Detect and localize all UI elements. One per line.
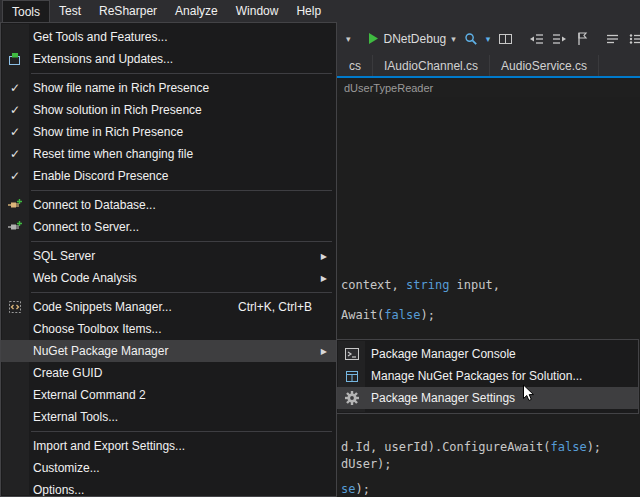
submenu-arrow-icon: ▶ [321, 274, 327, 283]
menu-item-show-solution[interactable]: ✓Show solution in Rich Presence [1, 99, 336, 121]
menu-item-customize[interactable]: Customize... [1, 457, 336, 479]
menu-separator [31, 431, 332, 432]
menubar-item-tools-label: Tools [12, 5, 40, 19]
checkmark-icon: ✓ [10, 147, 20, 161]
tab-label: cs [349, 59, 361, 73]
menu-item-external-command-2[interactable]: External Command 2 [1, 384, 336, 406]
numbered-list-icon[interactable] [628, 32, 640, 46]
extensions-icon [7, 51, 23, 67]
menu-item-connect-to-server[interactable]: Connect to Server... [1, 216, 336, 238]
menubar-item-window-label: Window [236, 4, 279, 18]
menu-item-extensions-and-updates[interactable]: Extensions and Updates... [1, 48, 336, 70]
menu-item-choose-toolbox-items[interactable]: Choose Toolbox Items... [1, 318, 336, 340]
menubar-item-test[interactable]: Test [50, 0, 90, 22]
menu-item-nuget-package-manager[interactable]: NuGet Package Manager▶ [1, 340, 336, 362]
checkmark-icon: ✓ [10, 103, 20, 117]
menu-item-show-time[interactable]: ✓Show time in Rich Presence [1, 121, 336, 143]
bookmark-flag-icon[interactable] [575, 31, 589, 46]
menubar-item-resharper[interactable]: ReSharper [90, 0, 166, 22]
code-line: se); [341, 482, 370, 496]
menu-item-options[interactable]: Options... [1, 479, 336, 497]
submenu-item-manage-nuget-packages[interactable]: Manage NuGet Packages for Solution... [337, 365, 638, 387]
connect-server-icon [7, 219, 23, 235]
indent-left-icon[interactable] [529, 32, 544, 46]
menu-item-external-tools[interactable]: External Tools... [1, 406, 336, 428]
menu-item-get-tools-and-features[interactable]: Get Tools and Features... [1, 26, 336, 48]
nuget-package-manager-submenu: Package Manager Console Manage NuGet Pac… [336, 339, 639, 414]
checkmark-icon: ✓ [10, 169, 20, 183]
tab-label: AudioService.cs [501, 59, 587, 73]
menu-item-create-guid[interactable]: Create GUID [1, 362, 336, 384]
menubar-item-help-label: Help [296, 4, 321, 18]
menu-item-connect-to-database[interactable]: Connect to Database... [1, 194, 336, 216]
checkmark-icon: ✓ [10, 125, 20, 139]
visual-studio-window: Tools Test ReSharper Analyze Window Help… [0, 0, 640, 497]
split-window-icon[interactable] [498, 32, 513, 46]
menu-item-enable-discord-presence[interactable]: ✓Enable Discord Presence [1, 165, 336, 187]
console-icon [344, 346, 360, 362]
mouse-cursor [522, 384, 535, 407]
code-line: dUser); [341, 457, 392, 471]
connect-database-icon [7, 197, 23, 213]
menu-item-code-snippets-manager[interactable]: Code Snippets Manager... Ctrl+K, Ctrl+B [1, 296, 336, 318]
code-line: d.Id, userId).ConfigureAwait(false); [341, 440, 601, 454]
submenu-item-package-manager-console[interactable]: Package Manager Console [337, 343, 638, 365]
list-icon[interactable] [605, 32, 620, 46]
debug-target-caret: ▾ [451, 34, 456, 44]
play-icon [367, 32, 379, 45]
magnifier-caret[interactable]: ▾ [486, 34, 491, 44]
menu-item-reset-time[interactable]: ✓Reset time when changing file [1, 143, 336, 165]
menubar-item-analyze[interactable]: Analyze [166, 0, 227, 22]
menu-separator [31, 190, 332, 191]
start-debugging-button[interactable]: DNetDebug ▾ [367, 32, 456, 46]
menu-separator [31, 73, 332, 74]
tools-menu: Get Tools and Features... Extensions and… [0, 22, 337, 497]
menubar-item-analyze-label: Analyze [175, 4, 218, 18]
gear-icon [344, 390, 360, 406]
tab-label: IAudioChannel.cs [384, 59, 478, 73]
tab-audioservice[interactable]: AudioService.cs [490, 55, 599, 76]
tab-partial-cs[interactable]: cs [338, 55, 373, 76]
menubar-item-help[interactable]: Help [287, 0, 330, 22]
menu-item-show-file-name[interactable]: ✓Show file name in Rich Presence [1, 77, 336, 99]
shortcut-label: Ctrl+K, Ctrl+B [238, 300, 312, 314]
debug-target-label: DNetDebug [384, 32, 447, 46]
tab-iaudiochannel[interactable]: IAudioChannel.cs [373, 55, 490, 76]
breadcrumb[interactable]: dUserTypeReader [344, 80, 433, 97]
code-snippets-icon [7, 299, 23, 315]
indent-right-icon[interactable] [552, 32, 567, 46]
magnifier-icon[interactable] [464, 32, 478, 46]
menu-separator [31, 241, 332, 242]
menu-separator [31, 292, 332, 293]
menubar-item-test-label: Test [59, 4, 81, 18]
solution-configurations-caret[interactable]: ▾ [346, 34, 351, 44]
packages-icon [344, 368, 360, 384]
menu-item-import-export-settings[interactable]: Import and Export Settings... [1, 435, 336, 457]
menubar-item-tools[interactable]: Tools [2, 0, 50, 22]
submenu-arrow-icon: ▶ [321, 347, 327, 356]
menubar-item-resharper-label: ReSharper [99, 4, 157, 18]
code-line: Await(false); [341, 308, 435, 322]
menu-bar: Tools Test ReSharper Analyze Window Help [0, 0, 640, 22]
submenu-item-package-manager-settings[interactable]: Package Manager Settings [337, 387, 638, 409]
menu-item-sql-server[interactable]: SQL Server▶ [1, 245, 336, 267]
menubar-item-window[interactable]: Window [227, 0, 288, 22]
code-line: context, string input, [341, 278, 500, 292]
submenu-arrow-icon: ▶ [321, 252, 327, 261]
menu-item-web-code-analysis[interactable]: Web Code Analysis▶ [1, 267, 336, 289]
checkmark-icon: ✓ [10, 81, 20, 95]
